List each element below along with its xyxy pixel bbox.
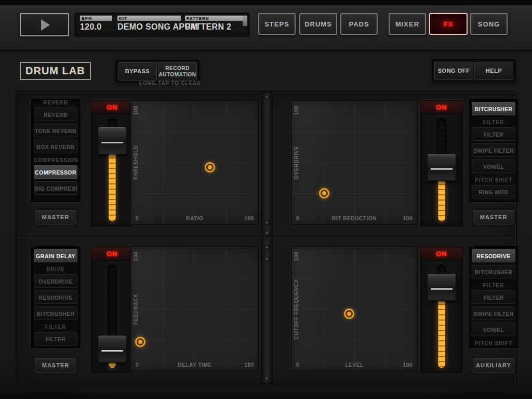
- slider-led-strip: [438, 300, 445, 368]
- xy-pad-handle[interactable]: [205, 162, 215, 172]
- pad-x-max-label: 100: [245, 216, 255, 221]
- effect-item[interactable]: GRAIN DELAY: [34, 249, 77, 262]
- tab-pads[interactable]: PADS: [340, 13, 378, 35]
- record-automation-button[interactable]: RECORD AUTOMATION: [158, 62, 197, 81]
- fx-level-track[interactable]: [91, 261, 133, 373]
- pad-y-max-label: 100: [133, 251, 139, 261]
- effect-item[interactable]: RESODRIVE: [472, 249, 515, 262]
- pad-x-axis-label: BIT REDUCTION: [332, 216, 377, 221]
- xy-pad-handle[interactable]: [344, 309, 354, 319]
- effect-item[interactable]: TONE REVERB: [34, 124, 77, 137]
- effect-list: REVERBREVERBTONE REVERBBOX REVERBCOMPRES…: [31, 99, 81, 202]
- xy-pad[interactable]: FEEDBACK 100 0 DELAY TIME 100: [130, 246, 259, 371]
- pad-x-axis-label: LEVEL: [345, 362, 363, 368]
- effect-group-header: PITCH SHIFT: [472, 339, 515, 348]
- fx-level-slider-panel: ON: [420, 100, 463, 227]
- pad-y-max-label: 100: [294, 251, 299, 261]
- pad-x-max-label: 100: [403, 362, 413, 368]
- effect-list: RESODRIVEBITCRUSHERFILTERFILTERSWIPE FIL…: [469, 246, 518, 348]
- pad-y-axis-label: FEEDBACK: [133, 293, 139, 324]
- xy-pad[interactable]: OVERDRIVE 100 0 BIT REDUCTION 100: [291, 100, 418, 225]
- xy-pad[interactable]: THRESHOLD 100 0 RATIO 100: [130, 100, 259, 225]
- fx-on-button[interactable]: ON: [421, 247, 462, 261]
- song-help-button-group: SONG OFF HELP: [432, 59, 516, 83]
- pattern-display[interactable]: PATTERN PATTERN 2: [185, 16, 244, 34]
- effect-item[interactable]: SWIPE FILTER: [472, 143, 515, 157]
- tab-steps[interactable]: STEPS: [258, 13, 296, 35]
- effect-item[interactable]: BITCRUSHER: [472, 265, 515, 278]
- effect-item[interactable]: RING MOD: [472, 185, 515, 198]
- fx-on-button[interactable]: ON: [91, 247, 133, 261]
- slider-led-strip: [109, 153, 116, 221]
- effect-item[interactable]: FILTER: [34, 332, 77, 345]
- kit-value: DEMO SONG APUM: [117, 22, 181, 32]
- effect-item[interactable]: BOX REVERB: [34, 140, 77, 153]
- bpm-display[interactable]: BPM 120.0: [80, 16, 112, 34]
- pattern-label: PATTERN: [185, 16, 244, 21]
- effect-group-header: PITCH SHIFT: [472, 176, 515, 185]
- fx-level-track[interactable]: [421, 261, 462, 373]
- play-icon: [41, 19, 50, 31]
- effect-item[interactable]: BITCRUSHER: [34, 307, 77, 320]
- effect-item[interactable]: BIG COMPRESSOR: [34, 181, 77, 195]
- tab-song[interactable]: SONG: [470, 13, 508, 35]
- effect-item[interactable]: COMPRESSOR: [34, 165, 77, 179]
- effect-item[interactable]: SWIPE FILTER: [472, 307, 515, 320]
- tab-fx[interactable]: FX: [429, 13, 468, 35]
- top-bezel: [0, 0, 532, 5]
- effect-item[interactable]: REVERB: [34, 108, 77, 121]
- fx-on-button[interactable]: ON: [421, 101, 462, 114]
- fx-level-slider-panel: ON: [90, 100, 134, 227]
- transport-display: BPM 120.0 KIT DEMO SONG APUM PATTERN PAT…: [75, 13, 249, 36]
- effect-item[interactable]: FILTER: [472, 127, 515, 141]
- pad-x-min-label: 0: [136, 362, 139, 368]
- effect-list: BITCRUSHERFILTERFILTERSWIPE FILTERVOWELP…: [469, 99, 518, 202]
- slider-knob[interactable]: [428, 154, 456, 181]
- effect-item[interactable]: OVERDRIVE: [34, 274, 77, 288]
- bypass-button[interactable]: BYPASS: [118, 62, 157, 81]
- pad-x-min-label: 0: [136, 216, 139, 221]
- master-button[interactable]: MASTER: [35, 358, 76, 373]
- transport-header: BPM 120.0 KIT DEMO SONG APUM PATTERN PAT…: [0, 5, 532, 50]
- pad-y-axis-label: CUTOFF FREQUENCY: [294, 279, 299, 339]
- xy-pad[interactable]: CUTOFF FREQUENCY 100 0 LEVEL 100: [291, 246, 418, 371]
- effect-item[interactable]: RESODRIVE: [34, 290, 77, 304]
- xy-pad-handle[interactable]: [319, 188, 329, 198]
- fx-unit-top-left: REVERBREVERBTONE REVERBBOX REVERBCOMPRES…: [17, 92, 263, 236]
- song-off-button[interactable]: SONG OFF: [434, 62, 473, 80]
- effect-item[interactable]: BITCRUSHER: [472, 102, 515, 115]
- pad-x-min-label: 0: [296, 362, 299, 368]
- bpm-label: BPM: [80, 16, 112, 21]
- pad-y-max-label: 100: [294, 105, 299, 115]
- tab-drums[interactable]: DRUMS: [299, 13, 337, 35]
- pad-y-axis-label: THRESHOLD: [133, 145, 139, 180]
- auxiliary-button[interactable]: AUXILIARY: [473, 358, 514, 373]
- fx-level-slider-panel: ON: [420, 246, 463, 374]
- effect-group-header: FILTER: [472, 281, 515, 290]
- fx-level-track[interactable]: [421, 114, 462, 226]
- effect-group-header: COMPRESSION: [34, 156, 77, 165]
- pad-y-max-label: 100: [133, 105, 139, 115]
- fx-on-button[interactable]: ON: [91, 101, 133, 114]
- fx-level-track[interactable]: [91, 114, 133, 226]
- effect-item[interactable]: VOWEL: [472, 323, 515, 336]
- play-button[interactable]: [20, 13, 69, 36]
- tab-mixer[interactable]: MIXER: [389, 13, 426, 35]
- fx-unit-bottom-right: CUTOFF FREQUENCY 100 0 LEVEL 100 ON RESO…: [266, 239, 518, 385]
- bottom-bezel: [0, 392, 532, 399]
- slider-knob[interactable]: [98, 127, 126, 154]
- pad-y-axis-label: OVERDRIVE: [294, 146, 299, 179]
- pad-x-axis-label: DELAY TIME: [178, 362, 211, 368]
- long-tap-hint: LONG-TAP TO CLEAR: [139, 81, 201, 86]
- kit-display[interactable]: KIT DEMO SONG APUM: [117, 16, 181, 34]
- master-button[interactable]: MASTER: [35, 210, 76, 224]
- pattern-value: PATTERN 2: [185, 22, 244, 32]
- slider-knob[interactable]: [428, 274, 456, 301]
- slider-led-strip: [438, 180, 445, 221]
- slider-knob[interactable]: [98, 336, 126, 363]
- help-button[interactable]: HELP: [474, 62, 513, 80]
- effect-item[interactable]: VOWEL: [472, 159, 515, 173]
- effect-item[interactable]: FILTER: [472, 290, 515, 304]
- master-button[interactable]: MASTER: [473, 210, 514, 224]
- xy-pad-handle[interactable]: [135, 337, 145, 347]
